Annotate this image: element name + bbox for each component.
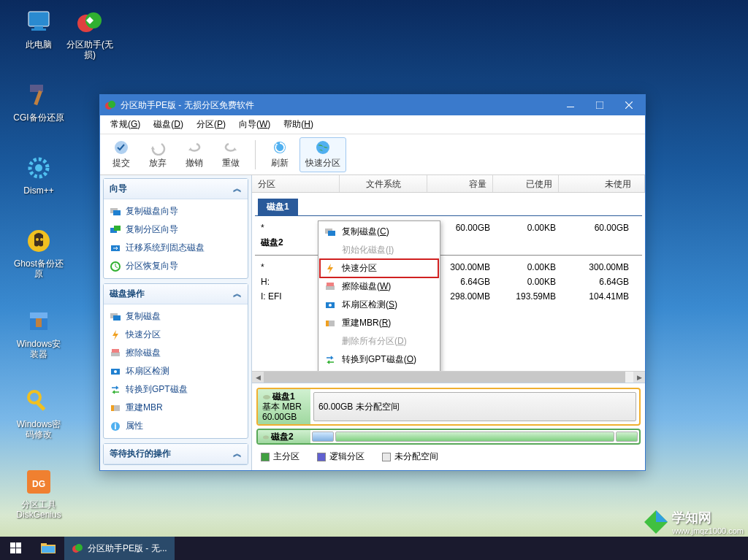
desktop-icon-diskgenius[interactable]: DG 分区工具 DiskGenius [13,467,64,520]
ctx-quick-partition[interactable]: 快速分区 [320,259,438,277]
col-used[interactable]: 已使用 [493,175,559,192]
ctx-convert-gpt[interactable]: 转换到GPT磁盘(O) [320,350,438,369]
sidebar: 向导︽ 复制磁盘向导 复制分区向导 迁移系统到固态磁盘 分区恢复向导 磁盘操作︽… [100,175,252,470]
sidebar-item-badsector[interactable]: 坏扇区检测 [105,362,246,380]
col-capacity[interactable]: 容量 [427,175,493,192]
desktop-icon-label: Ghost备份还 原 [13,258,64,279]
menu-disk[interactable]: 磁盘(D) [148,116,189,133]
titlebar[interactable]: 分区助手PE版 - 无损分区免费软件 [100,95,645,115]
menu-wizard[interactable]: 向导(W) [233,116,276,133]
pc-icon [24,7,53,37]
desktop-icon-this-pc[interactable]: 此电脑 [13,7,64,50]
undo-icon [186,139,202,156]
disk2-label[interactable]: 磁盘2 [255,235,642,250]
collapse-icon[interactable]: ︽ [233,448,242,460]
folder-icon [41,542,56,554]
svg-rect-60 [42,546,55,553]
desktop-icon-label: 分区工具 DiskGenius [13,499,64,520]
disk-segment[interactable] [616,431,638,442]
refresh-button[interactable]: 刷新 [263,137,297,172]
table-row[interactable]: * 60.00GB 0.00KB 60.00GB [255,220,642,235]
discard-button[interactable]: 放弃 [141,137,175,172]
ctx-copy-disk[interactable]: 复制磁盘(C) [320,223,438,241]
disk-map-2[interactable]: 磁盘2 [256,429,641,445]
scroll-left-button[interactable]: ◀ [252,372,264,383]
horizontal-scrollbar[interactable]: ◀ ▶ [252,371,645,383]
svg-point-10 [36,238,39,241]
desktop-icon-cgi[interactable]: CGI备份还原 [13,80,64,123]
disk-segment[interactable] [312,431,334,442]
sidebar-item-copy-disk[interactable]: 复制磁盘 [105,307,246,326]
taskbar-explorer[interactable] [32,537,64,560]
svg-rect-39 [111,405,114,411]
sidebar-item-copy-part-wiz[interactable]: 复制分区向导 [105,220,246,239]
col-free[interactable]: 未使用 [559,175,645,192]
svg-point-15 [28,391,40,403]
desktop-icon-label: CGI备份还原 [13,112,64,123]
taskbar-app-partition[interactable]: 分区助手PE版 - 无... [64,537,175,560]
unalloc-swatch [382,453,391,461]
menu-help[interactable]: 帮助(H) [278,116,319,133]
col-filesystem[interactable]: 文件系统 [340,175,427,192]
separator [255,140,256,169]
sidebar-item-recover-wiz[interactable]: 分区恢复向导 [105,257,246,275]
dg-icon: DG [24,467,53,496]
collapse-icon[interactable]: ︽ [233,288,242,300]
scroll-right-button[interactable]: ▶ [633,372,645,383]
panel-header[interactable]: 等待执行的操作︽ [104,444,248,464]
panel-header[interactable]: 向导︽ [104,179,248,199]
svg-rect-1 [34,26,43,28]
ctx-rebuild-mbr[interactable]: 重建MBR(R) [320,314,438,332]
svg-rect-6 [34,91,42,106]
desktop-icon-ghost[interactable]: Ghost备份还 原 [13,226,64,279]
main-area: 分区 文件系统 容量 已使用 未使用 磁盘1 * 60.00GB 0.00KB … [252,175,645,470]
menu-partition[interactable]: 分区(P) [191,116,232,133]
quick-partition-button[interactable]: 快速分区 [299,137,346,172]
sidebar-item-wipe[interactable]: 擦除磁盘 [105,344,246,362]
ctx-wipe-disk[interactable]: 擦除磁盘(W) [320,277,438,296]
desktop-icon-dism[interactable]: Dism++ [13,153,64,196]
sidebar-item-quick-part[interactable]: 快速分区 [105,326,246,344]
svg-rect-2 [31,28,46,31]
minimize-button[interactable] [556,96,585,115]
col-partition[interactable]: 分区 [252,175,340,192]
commit-button[interactable]: 提交 [104,137,138,172]
table-header: 分区 文件系统 容量 已使用 未使用 [252,175,645,193]
scroll-thumb[interactable] [264,372,625,383]
desktop-icon-wininst[interactable]: Windows安 装器 [13,307,64,359]
desktop-icon-winpw[interactable]: Windows密 码修改 [13,387,64,440]
sidebar-item-copy-disk-wiz[interactable]: 复制磁盘向导 [105,202,246,220]
disk-segment[interactable] [335,431,614,442]
svg-rect-22 [596,101,603,109]
disk-icon [262,393,271,402]
disk1-label[interactable]: 磁盘1 [258,199,298,215]
table-body[interactable]: 磁盘1 * 60.00GB 0.00KB 60.00GB 磁盘2 * 300.0… [252,193,645,371]
svg-rect-56 [10,548,15,553]
sidebar-item-convert-gpt[interactable]: 转换到GPT磁盘 [105,380,246,399]
menu-general[interactable]: 常规(G) [104,116,146,133]
svg-point-20 [108,101,115,108]
panel-header[interactable]: 磁盘操作︽ [104,284,248,304]
collapse-icon[interactable]: ︽ [233,183,242,195]
sidebar-item-rebuild-mbr[interactable]: 重建MBR [105,399,246,417]
sidebar-item-properties[interactable]: i属性 [105,417,246,435]
sidebar-item-migrate-ssd[interactable]: 迁移系统到固态磁盘 [105,239,246,257]
table-row[interactable]: * 300.00MB 0.00KB 300.00MB [255,260,642,275]
maximize-button[interactable] [585,96,614,115]
desktop-icon-label: Dism++ [13,185,64,196]
table-row[interactable]: H: 6.64GB 0.00KB 6.64GB [255,275,642,289]
undo-button[interactable]: 撤销 [178,137,211,172]
desktop-icon-partition[interactable]: 分区助手(无 损) [64,7,115,60]
table-row[interactable]: I: EFI 298.00MB 193.59MB 104.41MB [255,289,642,304]
disk-map-label: 磁盘1 基本 MBR 60.00GB [258,389,310,424]
redo-button[interactable]: 重做 [214,137,248,172]
disk-segment-unalloc[interactable]: 60.00GB 未分配空间 [313,392,636,421]
svg-rect-35 [112,349,119,353]
disk-map-area: 磁盘1 基本 MBR 60.00GB 60.00GB 未分配空间 磁盘2 [252,383,645,470]
disk-map-1[interactable]: 磁盘1 基本 MBR 60.00GB 60.00GB 未分配空间 [256,388,641,426]
ctx-badsector[interactable]: 坏扇区检测(S) [320,296,438,314]
start-button[interactable] [0,537,32,560]
close-button[interactable] [614,96,644,115]
svg-point-47 [329,304,332,307]
partition-app-icon [75,7,104,37]
